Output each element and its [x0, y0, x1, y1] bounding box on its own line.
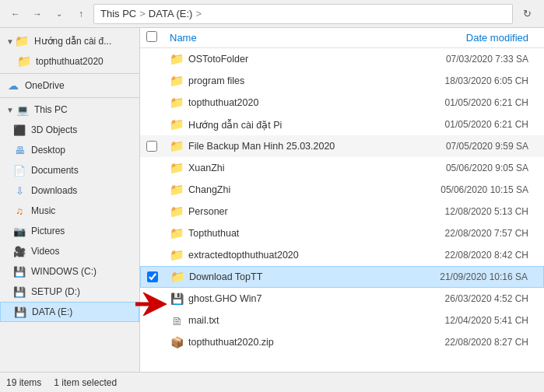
forward-button[interactable]: →	[28, 5, 47, 23]
pc-icon: 💻	[16, 103, 30, 117]
svg-marker-0	[135, 292, 167, 316]
table-row[interactable]: 📁 OSTotoFolder 07/03/2020 7:33 SA	[140, 48, 544, 70]
downloads-icon: ⇩	[12, 184, 26, 198]
sidebar-item-desktop[interactable]: 🖶 Desktop	[0, 140, 139, 160]
sidebar-label-music: Music	[31, 205, 55, 216]
sidebar-item-this-pc[interactable]: ▼ 💻 This PC	[0, 100, 139, 120]
file-name: 📁 Topthuthuat	[170, 226, 413, 240]
sidebar-label-downloads: Downloads	[31, 185, 77, 196]
table-row[interactable]: 📁 topthuthuat2020 01/05/2020 6:21 CH	[140, 92, 544, 114]
sidebar-item-data-e[interactable]: 💾 DATA (E:)	[0, 302, 139, 322]
pictures-icon: 📷	[12, 224, 26, 238]
table-row[interactable]: 📁 ChangZhi 05/06/2020 10:15 SA	[140, 179, 544, 201]
file-icon: 📁	[170, 248, 184, 262]
table-row[interactable]: 📁 program files 18/03/2020 6:05 CH	[140, 70, 544, 92]
arrow-indicator	[135, 292, 167, 318]
column-date-header[interactable]: Date modified	[413, 32, 538, 44]
table-row[interactable]: 📁 Personer 12/08/2020 5:13 CH	[140, 201, 544, 222]
sidebar-item-videos[interactable]: 🎥 Videos	[0, 241, 139, 261]
sidebar-item-windows-c[interactable]: 💾 WINDOWS (C:)	[0, 261, 139, 282]
file-date: 22/08/2020 8:42 CH	[413, 250, 538, 261]
status-bar: 19 items 1 item selected	[0, 372, 544, 392]
folder-icon: 📁	[16, 34, 30, 48]
sidebar-item-3d-objects[interactable]: ⬛ 3D Objects	[0, 120, 139, 140]
table-row[interactable]: 📁 XuanZhi 05/06/2020 9:05 SA	[140, 157, 544, 179]
file-date: 22/08/2020 7:57 CH	[413, 228, 538, 239]
file-name: 📁 Personer	[170, 205, 413, 219]
file-icon: 📁	[170, 205, 184, 219]
sidebar: ▼ 📁 Hướng dẫn cài đ... 📁 topthuthuat2020…	[0, 28, 140, 372]
main-content: ▼ 📁 Hướng dẫn cài đ... 📁 topthuthuat2020…	[0, 28, 544, 372]
file-name: 📁 topthuthuat2020	[170, 96, 413, 110]
up-button[interactable]: ↑	[72, 5, 90, 23]
row-checkbox[interactable]	[147, 271, 158, 282]
file-icon: 🗎	[170, 313, 184, 327]
table-row[interactable]: 💾 ghost.GHO Win7 26/03/2020 4:52 CH	[140, 288, 544, 310]
file-list: Name Date modified 📁 OSTotoFolder 07/03/…	[140, 28, 544, 372]
file-date: 07/03/2020 7:33 SA	[413, 54, 538, 65]
sidebar-label-documents: Documents	[31, 165, 79, 176]
column-name-header[interactable]: Name	[170, 32, 413, 44]
file-icon: 📁	[170, 96, 184, 110]
sidebar-item-huong-dan[interactable]: ▼ 📁 Hướng dẫn cài đ...	[0, 31, 139, 51]
sidebar-label-windows-c: WINDOWS (C:)	[31, 266, 97, 277]
file-icon: 📁	[170, 226, 184, 240]
disk-e-icon: 💾	[13, 305, 27, 319]
row-checkbox[interactable]	[146, 141, 157, 152]
file-date: 21/09/2020 10:16 SA	[412, 271, 537, 282]
table-row[interactable]: 📁 extractedtopthuthuat2020 22/08/2020 8:…	[140, 244, 544, 266]
file-icon: 📁	[170, 270, 184, 284]
sidebar-label-3d: 3D Objects	[31, 124, 77, 135]
file-date: 26/03/2020 4:52 CH	[413, 293, 538, 304]
file-icon: 💾	[170, 292, 184, 306]
sidebar-item-documents[interactable]: 📄 Documents	[0, 160, 139, 180]
file-name: 📁 ChangZhi	[170, 183, 413, 197]
address-path[interactable]: This PC > DATA (E:) >	[93, 4, 513, 24]
refresh-button[interactable]: ↻	[516, 3, 538, 25]
sidebar-label-onedrive: OneDrive	[25, 80, 65, 91]
file-date: 12/04/2020 5:41 CH	[413, 315, 538, 326]
file-name: 🗎 mail.txt	[170, 313, 413, 327]
sidebar-label-pictures: Pictures	[31, 226, 65, 236]
select-all-checkbox[interactable]	[146, 31, 157, 42]
file-name: 📁 XuanZhi	[170, 161, 413, 175]
recent-button[interactable]: ⌄	[50, 5, 68, 23]
sidebar-label-this-pc: This PC	[34, 104, 68, 115]
folder-icon: 📁	[17, 54, 31, 68]
file-date: 01/05/2020 6:21 CH	[413, 97, 538, 108]
sidebar-label-videos: Videos	[31, 246, 59, 257]
documents-icon: 📄	[12, 163, 26, 177]
sidebar-item-pictures[interactable]: 📷 Pictures	[0, 221, 139, 241]
file-name: 📁 Download TopTT	[170, 270, 412, 284]
sidebar-item-setup-d[interactable]: 💾 SETUP (D:)	[0, 282, 139, 302]
sidebar-item-onedrive[interactable]: ☁ OneDrive	[0, 75, 139, 96]
file-name: 📁 Hướng dẫn cài đặt Pi	[170, 117, 413, 131]
file-name: 📦 topthuthuat2020.zip	[170, 335, 413, 349]
file-date: 07/05/2020 9:59 SA	[413, 141, 538, 152]
file-date: 12/08/2020 5:13 CH	[413, 206, 538, 217]
table-row[interactable]: 📁 Topthuthuat 22/08/2020 7:57 CH	[140, 222, 544, 244]
file-name: 📁 OSTotoFolder	[170, 52, 413, 66]
back-button[interactable]: ←	[6, 5, 25, 23]
file-date: 05/06/2020 9:05 SA	[413, 163, 538, 173]
file-icon: 📁	[170, 139, 184, 153]
disk-d-icon: 💾	[12, 285, 26, 299]
table-row[interactable]: 📁 Download TopTT 21/09/2020 10:16 SA	[140, 266, 544, 288]
table-row[interactable]: 📦 topthuthuat2020.zip 22/08/2020 8:27 CH	[140, 331, 544, 353]
sidebar-label-setup-d: SETUP (D:)	[31, 286, 80, 297]
videos-icon: 🎥	[12, 244, 26, 258]
sidebar-item-topthuthuat[interactable]: 📁 topthuthuat2020	[0, 51, 139, 72]
file-date: 18/03/2020 6:05 CH	[413, 75, 538, 86]
item-count: 19 items	[6, 377, 41, 388]
desktop-icon: 🖶	[12, 143, 26, 157]
table-row[interactable]: 📁 Hướng dẫn cài đặt Pi 01/05/2020 6:21 C…	[140, 114, 544, 135]
sidebar-item-music[interactable]: ♫ Music	[0, 201, 139, 221]
file-icon: 📁	[170, 117, 184, 131]
table-row[interactable]: 📁 File Backup Man Hinh 25.03.2020 07/05/…	[140, 135, 544, 157]
file-icon: 📁	[170, 183, 184, 197]
sidebar-label-desktop: Desktop	[31, 145, 65, 156]
sidebar-label-topthuthuat: topthuthuat2020	[36, 56, 104, 67]
table-row[interactable]: 🗎 mail.txt 12/04/2020 5:41 CH	[140, 310, 544, 331]
3d-icon: ⬛	[12, 123, 26, 137]
sidebar-item-downloads[interactable]: ⇩ Downloads	[0, 180, 139, 201]
